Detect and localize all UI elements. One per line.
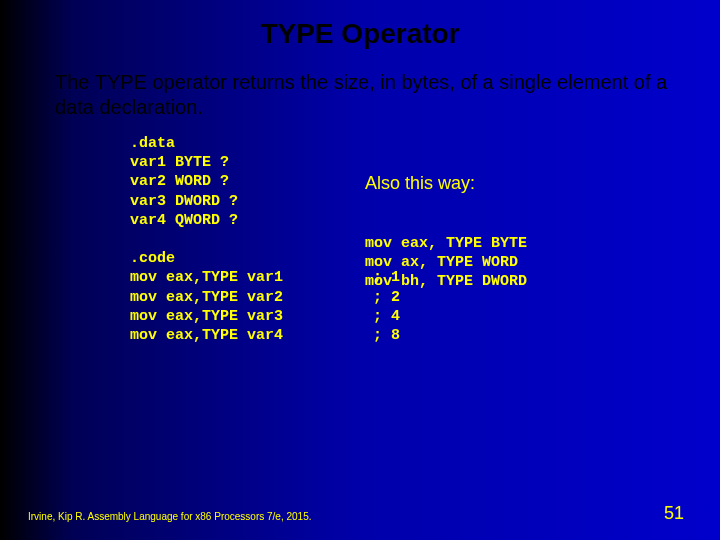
aside-heading: Also this way: [365,172,527,195]
aside-code: mov eax, TYPE BYTE mov ax, TYPE WORD mov… [365,234,527,292]
code-area: .data var1 BYTE ? var2 WORD ? var3 DWORD… [0,120,720,345]
aside-block: Also this way: mov eax, TYPE BYTE mov ax… [365,134,527,330]
slide-description: The TYPE operator returns the size, in b… [0,70,720,120]
footer-citation: Irvine, Kip R. Assembly Language for x86… [28,511,312,522]
page-number: 51 [664,503,684,524]
slide-title: TYPE Operator [0,0,720,70]
